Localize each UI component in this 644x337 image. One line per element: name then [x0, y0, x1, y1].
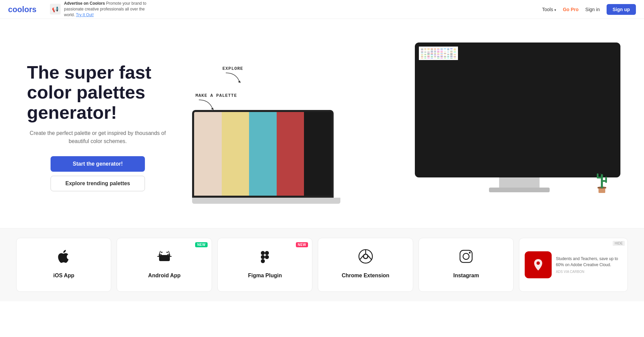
- svg-rect-10: [605, 177, 607, 183]
- hero-title: The super fast color palettes generator!: [27, 62, 168, 122]
- app-cards-section: iOS App NEW Android App NEW: [0, 228, 644, 301]
- new-badge-figma: NEW: [296, 242, 308, 247]
- palette-column: [249, 112, 277, 196]
- figma-icon: [257, 248, 273, 267]
- hero-buttons: Start the generator! Explore trending pa…: [27, 156, 168, 191]
- go-pro-button[interactable]: Go Pro: [563, 7, 579, 12]
- logo[interactable]: coolors: [8, 4, 42, 15]
- monitor-illustration: [415, 43, 624, 191]
- svg-rect-8: [597, 173, 599, 178]
- android-app-card[interactable]: NEW Android App: [117, 238, 212, 292]
- instagram-label: Instagram: [453, 273, 479, 279]
- ad-icon: 📢: [50, 4, 61, 15]
- svg-point-28: [469, 252, 471, 254]
- sign-in-button[interactable]: Sign in: [585, 7, 600, 12]
- monitor-screen: [415, 43, 620, 177]
- navbar: coolors 📢 Advertise on Coolors Promote y…: [0, 0, 644, 19]
- explore-palettes-button[interactable]: Explore trending palettes: [51, 176, 145, 191]
- laptop-bottom: [192, 198, 340, 204]
- figma-plugin-card[interactable]: NEW Figma Plugin: [217, 238, 312, 292]
- hero-subtitle: Create the perfect palette or get inspir…: [27, 129, 168, 145]
- chrome-extension-label: Chrome Extension: [342, 273, 389, 279]
- laptop-screen: [192, 110, 334, 198]
- navbar-ad: 📢 Advertise on Coolors Promote your bran…: [50, 1, 152, 18]
- chrome-icon: [358, 248, 374, 267]
- ad-card-text-content: Students and Teachers, save up to 60% on…: [556, 256, 622, 274]
- svg-point-13: [161, 252, 162, 253]
- adobe-logo: [525, 251, 552, 278]
- start-generator-button[interactable]: Start the generator!: [51, 156, 145, 172]
- palette-column: [222, 112, 249, 196]
- svg-rect-15: [261, 251, 265, 255]
- svg-point-14: [166, 252, 168, 253]
- ios-app-card[interactable]: iOS App: [16, 238, 111, 292]
- navbar-right: Tools Go Pro Sign in Sign up: [542, 4, 636, 15]
- monitor-base: [489, 188, 550, 192]
- cactus-decoration: [593, 167, 610, 194]
- hide-ad-button[interactable]: HIDE: [613, 241, 625, 246]
- svg-point-30: [536, 261, 540, 265]
- svg-line-24: [360, 256, 363, 260]
- hero-illustration: EXPLORE MAKE A PALETTE: [182, 39, 617, 215]
- svg-point-22: [364, 255, 367, 258]
- adobe-ad-card: HIDE Students and Teachers, save up to 6…: [519, 238, 628, 292]
- new-badge: NEW: [195, 242, 208, 247]
- ios-app-label: iOS App: [53, 273, 74, 279]
- instagram-icon: [458, 248, 474, 267]
- chevron-down-icon: [554, 7, 556, 12]
- hero-section: The super fast color palettes generator!…: [0, 19, 644, 228]
- svg-text:coolors: coolors: [8, 5, 36, 14]
- apple-icon: [56, 248, 72, 267]
- palette-column: [304, 112, 332, 196]
- ad-try-it-link[interactable]: Try It Out!: [76, 12, 94, 17]
- ad-text: Advertise on Coolors Promote your brand …: [64, 1, 152, 18]
- svg-point-27: [463, 253, 469, 259]
- palette-column: [194, 112, 222, 196]
- svg-point-19: [265, 255, 269, 259]
- annotation-explore: EXPLORE: [222, 66, 243, 86]
- chrome-extension-card[interactable]: Chrome Extension: [318, 238, 413, 292]
- laptop-palette: [194, 112, 332, 196]
- figma-plugin-label: Figma Plugin: [248, 273, 282, 279]
- monitor-stand: [499, 177, 540, 188]
- laptop-illustration: [192, 110, 340, 211]
- instagram-card[interactable]: Instagram: [419, 238, 514, 292]
- hero-content: The super fast color palettes generator!…: [27, 62, 168, 191]
- palette-column: [277, 112, 304, 196]
- svg-line-25: [368, 256, 371, 260]
- svg-rect-17: [261, 255, 265, 259]
- android-icon: [156, 248, 173, 267]
- android-app-label: Android App: [148, 273, 181, 279]
- sign-up-button[interactable]: Sign up: [607, 4, 636, 15]
- ads-via-label: ADS VIA CARBON: [556, 269, 622, 274]
- svg-rect-16: [265, 251, 269, 255]
- svg-rect-18: [261, 259, 265, 263]
- tools-button[interactable]: Tools: [542, 7, 556, 12]
